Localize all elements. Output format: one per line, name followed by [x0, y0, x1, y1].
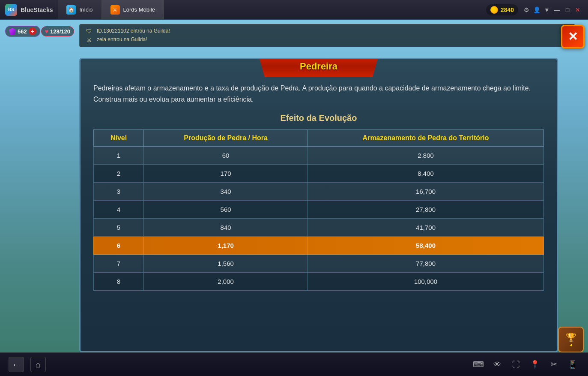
user-icon[interactable]: 👤 — [533, 6, 540, 14]
eye-button[interactable]: 👁 — [490, 358, 504, 371]
hp-resource: ♥ 128/120 — [41, 26, 74, 36]
col-storage: Armazenamento de Pedra do Território — [308, 130, 544, 147]
cell-level-8: 8 — [94, 273, 144, 291]
cell-level-1: 1 — [94, 147, 144, 165]
cell-level-6: 6 — [94, 237, 144, 255]
close-modal-button[interactable]: ✕ — [561, 25, 585, 48]
description-text: Pedreiras afetam o armazenamento e a tax… — [93, 83, 544, 105]
phone-icon: 📱 — [568, 360, 577, 369]
home-button[interactable]: ⌂ — [30, 357, 46, 372]
cell-production-8: 2,000 — [144, 273, 308, 291]
pedreira-modal: Pedreira Pedreiras afetam o armazenament… — [79, 58, 558, 352]
coins-value: 2840 — [501, 6, 514, 13]
gem-resource: 562 + — [5, 26, 40, 37]
resource-bar: 562 + ♥ 128/120 — [0, 23, 79, 39]
guild-icon-1: 🛡 — [85, 27, 93, 36]
location-icon: 📍 — [530, 360, 540, 369]
scissors-icon: ✂ — [551, 360, 557, 369]
bluestacks-bar: BS BlueStacks 🏠 Início ⚔ Lords Mobile 28… — [0, 0, 588, 20]
bluestacks-logo: BS BlueStacks — [0, 4, 58, 16]
bluestacks-logo-text: BlueStacks — [21, 6, 53, 13]
window-controls: ⚙ 👤 ▼ — □ ✕ — [522, 6, 582, 14]
hp-value: 128/120 — [50, 28, 70, 35]
add-gems-button[interactable]: + — [29, 27, 36, 35]
col-production: Produção de Pedra / Hora — [144, 130, 308, 147]
minimize-icon[interactable]: — — [553, 6, 561, 14]
cell-storage-2: 8,400 — [308, 165, 544, 183]
modal-content: Pedreiras afetam o armazenamento e a tax… — [81, 59, 557, 351]
gem-icon — [9, 28, 16, 35]
home-tab-label: Início — [79, 6, 93, 13]
nav-icons-left: ← ⌂ — [9, 357, 46, 372]
game-widget-br[interactable]: 🏆 ◄ — [558, 327, 584, 352]
back-button[interactable]: ← — [9, 357, 24, 372]
bluestacks-logo-icon: BS — [5, 4, 17, 16]
cell-level-5: 5 — [94, 219, 144, 237]
lords-tab-label: Lords Mobile — [123, 6, 155, 13]
notification-text-2: zela entrou na Guilda! — [97, 36, 147, 44]
cell-production-3: 340 — [144, 183, 308, 201]
bottom-bar: ← ⌂ ⌨ 👁 ⛶ 📍 ✂ 📱 — [0, 352, 588, 376]
phone-button[interactable]: 📱 — [566, 358, 579, 371]
back-icon: ← — [12, 360, 21, 370]
settings-icon[interactable]: ⚙ — [522, 6, 530, 14]
cell-production-7: 1,560 — [144, 255, 308, 273]
cell-storage-3: 16,700 — [308, 183, 544, 201]
widget-inner: 🏆 ◄ — [566, 332, 576, 347]
lords-tab-icon: ⚔ — [110, 5, 120, 15]
cell-production-1: 60 — [144, 147, 308, 165]
eye-icon: 👁 — [493, 360, 501, 369]
coins-display: 2840 — [486, 4, 518, 15]
tab-home[interactable]: 🏠 Início — [58, 0, 101, 19]
dropdown-icon[interactable]: ▼ — [543, 6, 551, 14]
guild-icon-2: ⚔ — [85, 36, 93, 44]
cell-storage-7: 77,800 — [308, 255, 544, 273]
keyboard-icon: ⌨ — [473, 360, 484, 369]
coin-icon — [490, 6, 498, 14]
tab-lords-mobile[interactable]: ⚔ Lords Mobile — [102, 0, 164, 19]
table-row: 71,56077,800 — [94, 255, 544, 273]
table-row: 584041,700 — [94, 219, 544, 237]
cell-production-5: 840 — [144, 219, 308, 237]
table-header-row: Nível Produção de Pedra / Hora Armazenam… — [94, 130, 544, 147]
bs-right-controls: 2840 ⚙ 👤 ▼ — □ ✕ — [486, 4, 588, 15]
modal-title-banner: Pedreira — [259, 58, 379, 77]
table-head: Nível Produção de Pedra / Hora Armazenam… — [94, 130, 544, 147]
fullscreen-button[interactable]: ⛶ — [509, 358, 523, 371]
table-row: 334016,700 — [94, 183, 544, 201]
notification-line-1: 🛡 ID.130221102 entrou na Guilda! — [85, 27, 570, 36]
evolution-table: Nível Produção de Pedra / Hora Armazenam… — [93, 129, 544, 291]
maximize-icon[interactable]: □ — [564, 6, 571, 14]
cell-storage-8: 100,000 — [308, 273, 544, 291]
notification-bar: 🛡 ID.130221102 entrou na Guilda! ⚔ zela … — [79, 24, 575, 47]
home-tab-icon: 🏠 — [66, 5, 76, 15]
cell-storage-6: 58,400 — [308, 237, 544, 255]
cell-level-2: 2 — [94, 165, 144, 183]
table-row: 82,000100,000 — [94, 273, 544, 291]
cell-level-7: 7 — [94, 255, 144, 273]
home-icon: ⌂ — [36, 360, 41, 370]
cell-production-2: 170 — [144, 165, 308, 183]
modal-title: Pedreira — [300, 61, 337, 72]
table-row: 21708,400 — [94, 165, 544, 183]
cell-storage-1: 2,800 — [308, 147, 544, 165]
col-level: Nível — [94, 130, 144, 147]
cell-production-6: 1,170 — [144, 237, 308, 255]
cell-level-4: 4 — [94, 201, 144, 219]
scissors-button[interactable]: ✂ — [547, 358, 561, 371]
cell-production-4: 560 — [144, 201, 308, 219]
bottom-right-icons: ⌨ 👁 ⛶ 📍 ✂ 📱 — [472, 358, 579, 371]
table-row: 456027,800 — [94, 201, 544, 219]
heart-icon: ♥ — [45, 28, 48, 35]
location-button[interactable]: 📍 — [528, 358, 542, 371]
cell-storage-4: 27,800 — [308, 201, 544, 219]
cell-level-3: 3 — [94, 183, 144, 201]
notification-text-1: ID.130221102 entrou na Guilda! — [97, 27, 170, 35]
gem-value: 562 — [18, 28, 27, 35]
table-body: 1602,80021708,400334016,700456027,800584… — [94, 147, 544, 291]
table-row: 1602,800 — [94, 147, 544, 165]
keyboard-button[interactable]: ⌨ — [472, 358, 485, 371]
fullscreen-icon: ⛶ — [512, 360, 520, 369]
cell-storage-5: 41,700 — [308, 219, 544, 237]
close-window-icon[interactable]: ✕ — [574, 6, 582, 14]
